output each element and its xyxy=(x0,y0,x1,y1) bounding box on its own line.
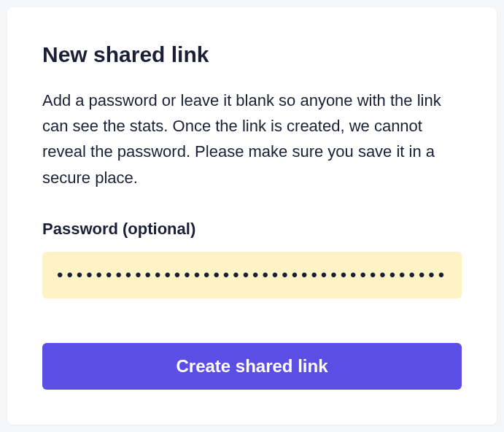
create-shared-link-button[interactable]: Create shared link xyxy=(42,343,462,390)
dialog-title: New shared link xyxy=(42,42,462,67)
password-label: Password (optional) xyxy=(42,220,462,239)
password-input[interactable] xyxy=(42,252,462,298)
new-shared-link-dialog: New shared link Add a password or leave … xyxy=(7,7,497,425)
spacer xyxy=(42,298,462,314)
dialog-description: Add a password or leave it blank so anyo… xyxy=(42,88,462,190)
